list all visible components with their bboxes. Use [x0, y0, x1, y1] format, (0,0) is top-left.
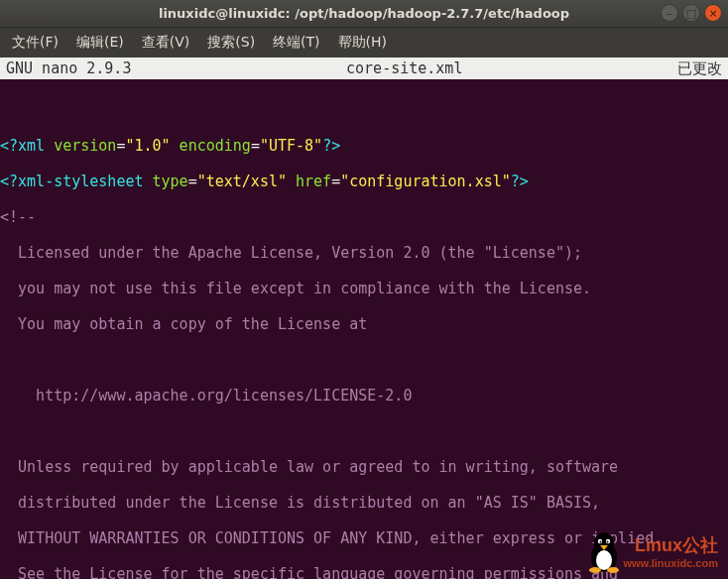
- code-line: You may obtain a copy of the License at: [0, 315, 728, 333]
- close-button[interactable]: ×: [704, 4, 722, 22]
- code-line: <?xml-stylesheet type="text/xsl" href="c…: [0, 173, 728, 190]
- menu-view[interactable]: 查看(V): [134, 30, 198, 56]
- nano-titlebar: GNU nano 2.9.3 core-site.xml 已更改: [0, 58, 728, 79]
- code-line: Licensed under the Apache License, Versi…: [0, 244, 728, 262]
- code-line: [0, 422, 728, 440]
- code-line: distributed under the License is distrib…: [0, 494, 728, 512]
- code-line: See the License for the specific languag…: [0, 565, 728, 579]
- code-line: <!--: [0, 208, 728, 226]
- code-line: Unless required by applicable law or agr…: [0, 458, 728, 476]
- menu-help[interactable]: 帮助(H): [330, 30, 395, 56]
- code-line: <?xml version="1.0" encoding="UTF-8"?>: [0, 137, 728, 155]
- maximize-button[interactable]: □: [682, 4, 700, 22]
- nano-filename: core-site.xml: [131, 59, 677, 77]
- code-line: you may not use this file except in comp…: [0, 280, 728, 297]
- nano-status: 已更改: [677, 59, 722, 78]
- editor-body[interactable]: <?xml version="1.0" encoding="UTF-8"?> <…: [0, 79, 728, 579]
- nano-app-name: GNU nano 2.9.3: [6, 59, 131, 77]
- menu-terminal[interactable]: 终端(T): [265, 30, 327, 56]
- window-titlebar: linuxidc@linuxidc: /opt/hadoop/hadoop-2.…: [0, 0, 728, 28]
- code-line: WITHOUT WARRANTIES OR CONDITIONS OF ANY …: [0, 529, 728, 547]
- menu-edit[interactable]: 编辑(E): [68, 30, 132, 56]
- menu-file[interactable]: 文件(F): [4, 30, 66, 56]
- window-controls: – □ ×: [661, 4, 722, 22]
- minimize-button[interactable]: –: [661, 4, 678, 22]
- menu-search[interactable]: 搜索(S): [199, 30, 263, 56]
- menubar: 文件(F) 编辑(E) 查看(V) 搜索(S) 终端(T) 帮助(H): [0, 28, 728, 58]
- code-line: [0, 351, 728, 369]
- code-line: http://www.apache.org/licenses/LICENSE-2…: [0, 387, 728, 405]
- window-title: linuxidc@linuxidc: /opt/hadoop/hadoop-2.…: [159, 6, 569, 21]
- code-line: [0, 101, 728, 119]
